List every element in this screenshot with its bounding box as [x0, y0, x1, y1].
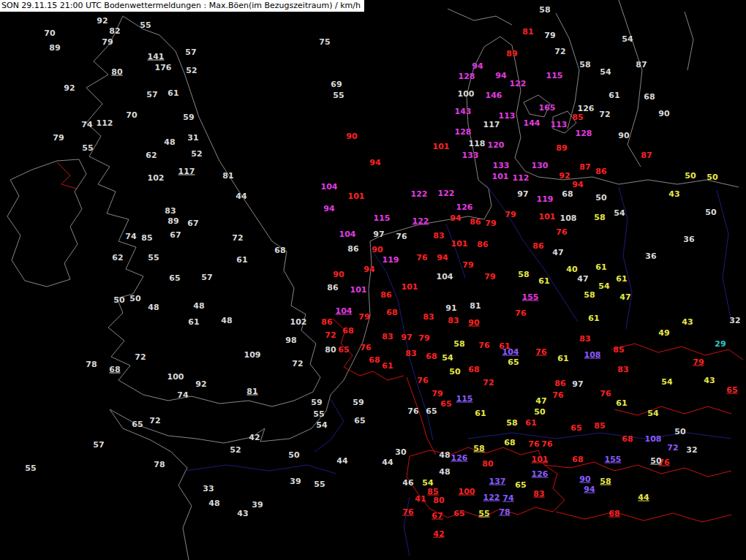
station-value: 54: [622, 34, 633, 44]
station-value: 68: [609, 509, 619, 518]
station-value: 79: [358, 312, 369, 322]
station-value: 50: [705, 208, 716, 217]
station-value: 68: [109, 365, 120, 374]
station-value: 30: [395, 447, 406, 457]
station-value: 48: [439, 467, 450, 477]
station-value: 92: [97, 16, 108, 26]
station-value: 50: [288, 450, 299, 460]
station-value: 68: [342, 326, 353, 336]
station-value: 55: [313, 409, 324, 419]
station-value: 113: [499, 111, 516, 121]
station-value: 104: [321, 182, 338, 192]
station-value: 65: [132, 420, 143, 429]
station-value: 61: [525, 418, 536, 428]
station-value: 52: [191, 149, 202, 159]
station-value: 109: [244, 350, 261, 360]
station-value: 101: [348, 192, 365, 201]
station-value: 58: [506, 418, 517, 428]
station-value: 76: [600, 389, 611, 398]
station-value: 61: [616, 274, 627, 284]
station-value: 89: [49, 43, 60, 53]
station-value: 50: [674, 427, 685, 436]
station-value: 68: [644, 92, 655, 102]
station-value: 58: [584, 290, 595, 300]
station-value: 86: [595, 167, 606, 176]
station-value: 72: [483, 378, 494, 387]
station-value: 82: [109, 26, 120, 36]
station-value: 61: [167, 88, 178, 98]
station-value: 55: [140, 20, 151, 30]
station-value: 68: [369, 355, 380, 365]
station-value: 65: [508, 357, 519, 367]
station-value: 87: [641, 151, 652, 160]
station-values-layer: 7092825589791415717652809257617074112795…: [0, 0, 746, 560]
station-value: 61: [588, 314, 599, 323]
station-value: 61: [595, 262, 606, 272]
station-value: 86: [470, 217, 481, 227]
station-value: 117: [483, 120, 500, 129]
station-value: 48: [208, 499, 219, 508]
station-value: 41: [415, 494, 426, 504]
station-value: 72: [149, 416, 160, 425]
station-value: 155: [522, 292, 539, 302]
station-value: 86: [532, 241, 543, 251]
station-value: 89: [556, 143, 567, 153]
title-text: SON 29.11.15 21:00 UTC Bodenwettermeldun…: [1, 1, 361, 10]
station-value: 112: [513, 173, 530, 183]
station-value: 122: [483, 493, 500, 502]
station-value: 42: [249, 433, 260, 442]
station-value: 101: [451, 239, 468, 249]
station-value: 78: [86, 360, 97, 369]
station-value: 81: [222, 171, 233, 181]
station-value: 68: [622, 434, 633, 444]
station-value: 80: [482, 459, 493, 469]
station-value: 65: [515, 480, 526, 490]
station-value: 74: [125, 232, 136, 241]
station-value: 137: [489, 477, 506, 486]
station-value: 94: [472, 61, 483, 71]
station-value: 44: [382, 458, 393, 467]
station-value: 85: [572, 113, 583, 122]
station-value: 76: [556, 227, 567, 237]
station-value: 104: [336, 306, 353, 316]
station-value: 81: [522, 27, 533, 37]
station-value: 39: [290, 477, 301, 486]
station-value: 83: [579, 334, 590, 344]
station-value: 94: [323, 204, 334, 213]
station-value: 44: [638, 493, 649, 502]
station-value: 61: [616, 398, 627, 408]
station-value: 101: [492, 172, 509, 181]
station-value: 115: [456, 394, 473, 404]
station-value: 94: [450, 213, 461, 223]
station-value: 50: [129, 294, 140, 303]
station-value: 89: [167, 216, 178, 226]
station-value: 72: [232, 233, 243, 243]
station-value: 165: [539, 103, 556, 113]
station-value: 80: [433, 496, 444, 505]
station-value: 58: [473, 444, 484, 453]
station-value: 79: [102, 37, 113, 47]
station-value: 76: [402, 507, 413, 517]
station-value: 83: [382, 332, 393, 341]
station-value: 54: [661, 377, 672, 387]
station-value: 90: [658, 109, 669, 118]
station-value: 68: [426, 352, 437, 361]
station-value: 78: [499, 507, 510, 517]
station-value: 61: [557, 354, 568, 363]
station-value: 79: [418, 333, 429, 343]
station-value: 122: [510, 79, 527, 88]
station-value: 43: [237, 509, 248, 518]
station-value: 90: [346, 132, 357, 141]
station-value: 47: [619, 292, 630, 302]
station-value: 72: [135, 352, 146, 362]
station-value: 58: [453, 339, 464, 349]
station-value: 70: [126, 110, 137, 120]
station-value: 86: [380, 290, 391, 300]
station-value: 92: [559, 171, 570, 181]
station-value: 47: [552, 248, 563, 257]
station-value: 78: [154, 460, 165, 469]
station-value: 61: [475, 409, 486, 418]
station-value: 42: [433, 529, 444, 539]
station-value: 126: [451, 453, 468, 463]
station-value: 46: [402, 478, 413, 488]
